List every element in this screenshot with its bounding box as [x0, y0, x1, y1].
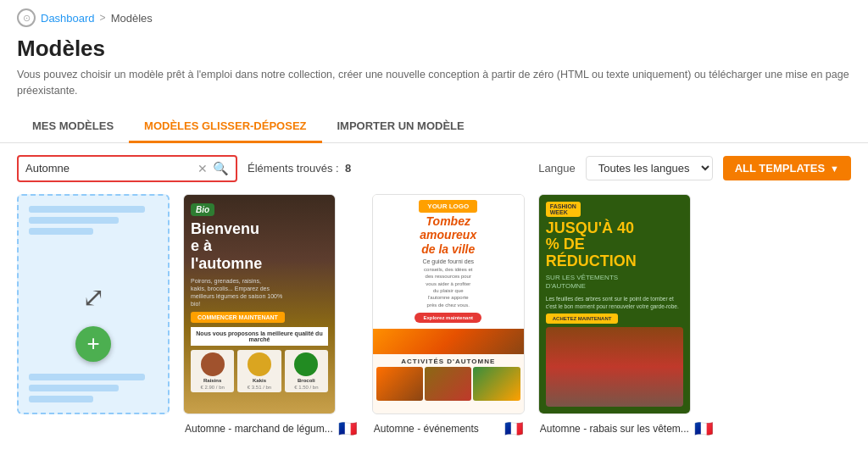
templates-grid: ⤢ + Bio Bienvenue àl'automne Po — [0, 194, 868, 456]
blank-name-row — [17, 414, 170, 421]
fashion-logo-badge: FASHIONWEEK — [546, 202, 581, 217]
bio-badge: Bio — [191, 203, 214, 216]
market-cta: COMMENCER MAINTENANT — [191, 312, 285, 323]
fashion-cta: ACHETEZ MAINTENANT — [546, 314, 619, 324]
tab-importer[interactable]: IMPORTER UN MODÈLE — [322, 111, 480, 143]
autumn-market-thumb[interactable]: Bio Bienvenue àl'automne Poirons, grenad… — [183, 194, 336, 414]
events-header: YOUR LOGO Tombezamoureuxde la ville Ce g… — [373, 195, 524, 330]
raisins-img — [201, 352, 225, 376]
chevron-down-icon: ▼ — [830, 164, 839, 174]
results-count: 8 — [345, 162, 351, 175]
move-icon: ⤢ — [82, 281, 105, 314]
results-prefix: Éléments trouvés : — [248, 162, 339, 175]
kakis-price: € 3.51 / bn — [248, 385, 271, 390]
brocoli-img — [294, 352, 318, 376]
events-template-name: Automne - événements — [374, 423, 499, 435]
brocoli-name: Brocoli — [298, 378, 315, 383]
breadcrumb-separator: > — [100, 12, 106, 24]
events-desc: conseils, des idées etdes ressources pou… — [417, 266, 479, 308]
language-select[interactable]: Toutes les langues — [586, 156, 713, 180]
fashion-logo-area: FASHIONWEEK — [546, 202, 683, 217]
breadcrumb-home[interactable]: Dashboard — [41, 12, 95, 25]
page-title: Modèles — [0, 32, 868, 67]
events-cta: Explorez maintenant — [415, 313, 481, 323]
add-new-button[interactable]: + — [75, 326, 111, 362]
tabs-bar: MES MODÈLES MODÈLES GLISSER-DÉPOSEZ IMPO… — [0, 111, 868, 143]
blank-line-6 — [29, 396, 93, 402]
market-name-row: Automne - marchand de légum... 🇫🇷 — [183, 414, 359, 440]
market-flag: 🇫🇷 — [338, 419, 357, 438]
kakis-name: Kakis — [253, 378, 266, 383]
autumn-fashion-card: FASHIONWEEK JUSQU'À 40% DERÉDUCTION SUR … — [538, 194, 715, 440]
fashion-photo — [546, 327, 683, 407]
events-leaves-banner — [373, 329, 524, 354]
fashion-body: Les feuilles des arbres sont sur le poin… — [546, 295, 683, 310]
product-brocoli: Brocoli € 1.50 / bn — [285, 350, 328, 392]
blank-template-card: ⤢ + — [17, 194, 170, 440]
search-icon[interactable]: 🔍 — [213, 161, 229, 176]
events-img-3 — [473, 367, 520, 401]
events-logo: YOUR LOGO — [419, 200, 477, 213]
events-title: Tombezamoureuxde la ville — [420, 214, 476, 257]
blank-line-3 — [29, 228, 93, 235]
events-img-1 — [376, 367, 423, 401]
market-template-name: Automne - marchand de légum... — [185, 423, 333, 435]
raisins-name: Raisins — [203, 378, 221, 383]
fashion-sub: SUR LES VÊTEMENTSD'AUTOMNE — [546, 274, 683, 291]
language-label: Langue — [538, 162, 575, 175]
product-kakis: Kakis € 3.51 / bn — [237, 350, 281, 392]
events-section-title: ACTIVITÉS D'AUTOMNE — [401, 354, 495, 367]
tab-mes-modeles[interactable]: MES MODÈLES — [17, 111, 129, 143]
fashion-name-row: Automne - rabais sur les vêtem... 🇫🇷 — [538, 414, 715, 440]
breadcrumb: ⊙ Dashboard > Modèles — [0, 0, 868, 32]
blank-line-4 — [29, 374, 145, 380]
events-img-2 — [425, 367, 471, 401]
autumn-fashion-preview: FASHIONWEEK JUSQU'À 40% DERÉDUCTION SUR … — [539, 195, 690, 413]
search-input[interactable] — [25, 162, 192, 175]
toolbar: ✕ 🔍 Éléments trouvés : 8 Langue Toutes l… — [0, 143, 868, 194]
blank-line-5 — [29, 385, 119, 391]
fashion-flag: 🇫🇷 — [694, 419, 713, 438]
fashion-template-name: Automne - rabais sur les vêtem... — [540, 423, 689, 435]
autumn-market-preview: Bio Bienvenue àl'automne Poirons, grenad… — [184, 195, 335, 413]
dashboard-icon: ⊙ — [17, 8, 36, 27]
events-sub: Ce guide fourni des — [422, 258, 474, 264]
blank-template-thumb[interactable]: ⤢ + — [17, 194, 170, 414]
events-name-row: Automne - événements 🇫🇷 — [372, 414, 525, 440]
autumn-events-thumb[interactable]: YOUR LOGO Tombezamoureuxde la ville Ce g… — [372, 194, 525, 414]
autumn-events-card: YOUR LOGO Tombezamoureuxde la ville Ce g… — [372, 194, 525, 440]
market-proposition: Nous vous proposons la meilleure qualité… — [191, 327, 328, 346]
events-bottom-images — [373, 367, 524, 401]
autumn-events-preview: YOUR LOGO Tombezamoureuxde la ville Ce g… — [373, 195, 524, 413]
tab-glisser-deposez[interactable]: MODÈLES GLISSER-DÉPOSEZ — [129, 111, 321, 143]
events-flag: 🇫🇷 — [504, 419, 523, 438]
autumn-fashion-thumb[interactable]: FASHIONWEEK JUSQU'À 40% DERÉDUCTION SUR … — [538, 194, 691, 414]
clear-search-icon[interactable]: ✕ — [198, 163, 208, 175]
page-description: Vous pouvez choisir un modèle prêt à l'e… — [0, 67, 868, 111]
product-raisins: Raisins € 2.90 / bn — [191, 350, 234, 392]
kakis-img — [248, 352, 271, 376]
search-box: ✕ 🔍 — [17, 155, 237, 182]
all-templates-button[interactable]: ALL TEMPLATES ▼ — [723, 156, 851, 180]
fashion-headline: JUSQU'À 40% DERÉDUCTION — [546, 220, 683, 270]
raisins-price: € 2.90 / bn — [200, 385, 224, 390]
blank-line-1 — [29, 206, 145, 213]
blank-line-2 — [29, 217, 119, 224]
results-text: Éléments trouvés : 8 — [248, 162, 351, 175]
product-row: Raisins € 2.90 / bn Kakis € 3.51 / bn Br… — [191, 350, 328, 392]
autumn-market-card: Bio Bienvenue àl'automne Poirons, grenad… — [183, 194, 359, 440]
market-desc: Poirons, grenades, raisins,kakis, brocol… — [191, 277, 282, 308]
brocoli-price: € 1.50 / bn — [294, 385, 318, 390]
all-templates-label: ALL TEMPLATES — [735, 162, 825, 175]
breadcrumb-current: Modèles — [111, 12, 153, 25]
market-headline: Bienvenue àl'automne — [191, 220, 262, 273]
